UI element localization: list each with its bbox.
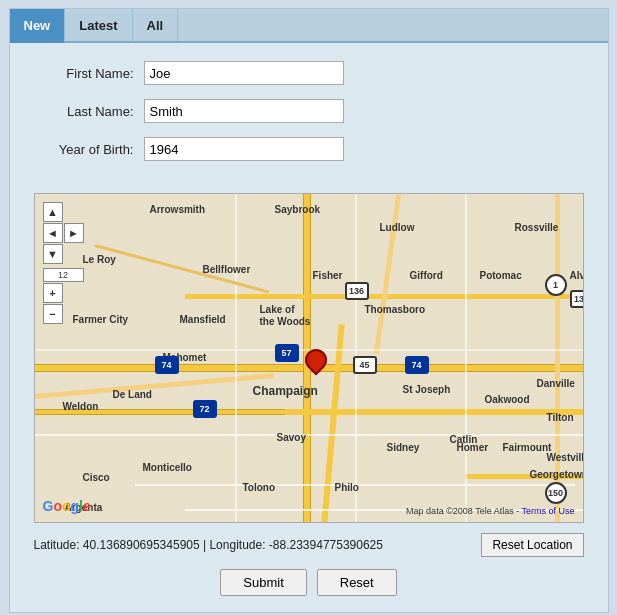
- map-label-philo: Philo: [335, 482, 359, 493]
- map-label-gifford: Gifford: [410, 270, 443, 281]
- map-label-georgetown: Georgetown: [530, 469, 584, 480]
- map-label-westville: Westville: [547, 452, 584, 463]
- main-container: New Latest All First Name: Last Name: Ye…: [9, 8, 609, 613]
- map-label-tolono: Tolono: [243, 482, 276, 493]
- map-label-sidell: Sidell: [485, 522, 512, 523]
- map-label-danville: Danville: [537, 378, 575, 389]
- map-label-ludlow: Ludlow: [380, 222, 415, 233]
- map-label-oreana: Oreana: [50, 522, 84, 523]
- map-label-thomasboro: Thomasboro: [365, 304, 426, 315]
- map-ctrl-down-row: ▼: [43, 244, 84, 264]
- shield-i74-east: 74: [405, 356, 429, 374]
- map-label-stjoseph: St Joseph: [403, 384, 451, 395]
- map-label-oakwood: Oakwood: [485, 394, 530, 405]
- road-east: [285, 409, 584, 415]
- shield-150: 150: [545, 482, 567, 504]
- map-label-monticello: Monticello: [143, 462, 192, 473]
- shield-136: 136: [345, 282, 369, 300]
- map-ctrl-up-row: ▲: [43, 202, 84, 222]
- map-label-cisco: Cisco: [83, 472, 110, 483]
- map-ctrl-left[interactable]: ◄: [43, 223, 63, 243]
- map-label-mansfield: Mansfield: [180, 314, 226, 325]
- submit-button[interactable]: Submit: [220, 569, 306, 596]
- map-label-arrowsmith: Arrowsmith: [150, 204, 206, 215]
- form-area: First Name: Last Name: Year of Birth:: [10, 43, 608, 185]
- zoom-controls: 12 + −: [43, 268, 84, 324]
- first-name-label: First Name:: [34, 66, 144, 81]
- map-label-deland: De Land: [113, 389, 152, 400]
- map-label-potomac: Potomac: [480, 270, 522, 281]
- shield-i57: 57: [275, 344, 299, 362]
- reset-button[interactable]: Reset: [317, 569, 397, 596]
- tab-all[interactable]: All: [133, 9, 179, 41]
- shield-us1: 1: [545, 274, 567, 296]
- google-logo: Google: [43, 498, 91, 514]
- map-label-saybrook: Saybrook: [275, 204, 321, 215]
- local-road-v1: [235, 194, 237, 523]
- map-data-text: Map data ©2008 Tele Atlas - Terms of Use: [406, 506, 574, 516]
- coords-row: Latitude: 40.136890695345905 | Longitude…: [34, 533, 584, 557]
- coords-display: Latitude: 40.136890695345905 | Longitude…: [34, 538, 472, 552]
- map-label-bellflower: Bellflower: [203, 264, 251, 275]
- local-road-1: [35, 434, 584, 436]
- submit-row: Submit Reset: [10, 569, 608, 596]
- pin-head: [300, 344, 331, 375]
- map-label-alvin: Alvin: [570, 270, 584, 281]
- map-label-weldon: Weldon: [63, 401, 99, 412]
- map-label-bisr: Bisr: [583, 304, 584, 315]
- map-container[interactable]: Arrowsmith Saybrook Ludlow Rossville Le …: [34, 193, 584, 523]
- year-of-birth-input[interactable]: [144, 137, 344, 161]
- last-name-row: Last Name:: [34, 99, 584, 123]
- tab-latest[interactable]: Latest: [65, 9, 132, 41]
- map-label-homer: Homer: [457, 442, 489, 453]
- tab-bar: New Latest All: [10, 9, 608, 43]
- zoom-level: 12: [43, 268, 84, 282]
- year-of-birth-row: Year of Birth:: [34, 137, 584, 161]
- map-label-rossville: Rossville: [515, 222, 559, 233]
- map-label-leroy: Le Roy: [83, 254, 116, 265]
- map-label-bement: Bement: [153, 522, 190, 523]
- map-controls: ▲ ◄ ► ▼ 12 + −: [43, 202, 84, 324]
- local-road-v2: [465, 194, 467, 523]
- shield-i72: 72: [193, 400, 217, 418]
- map-label-fairmount: Fairmount: [503, 442, 552, 453]
- year-of-birth-label: Year of Birth:: [34, 142, 144, 157]
- map-label-lakeofwoods: Lake ofthe Woods: [260, 304, 311, 328]
- map-label-tilton: Tilton: [547, 412, 574, 423]
- map-label-fisher: Fisher: [313, 270, 343, 281]
- reset-location-button[interactable]: Reset Location: [481, 533, 583, 557]
- tab-new[interactable]: New: [10, 9, 66, 43]
- last-name-label: Last Name:: [34, 104, 144, 119]
- map-pin[interactable]: [305, 349, 327, 373]
- map-ctrl-right[interactable]: ►: [64, 223, 84, 243]
- first-name-row: First Name:: [34, 61, 584, 85]
- zoom-in-btn[interactable]: +: [43, 283, 63, 303]
- terms-of-use-link[interactable]: Terms of Use: [521, 506, 574, 516]
- map-ctrl-down[interactable]: ▼: [43, 244, 63, 264]
- map-label-savoy: Savoy: [277, 432, 306, 443]
- first-name-input[interactable]: [144, 61, 344, 85]
- shield-45: 45: [353, 356, 377, 374]
- shield-136-right: 136: [570, 290, 584, 308]
- map-label-champaign: Champaign: [253, 384, 318, 398]
- last-name-input[interactable]: [144, 99, 344, 123]
- zoom-out-btn[interactable]: −: [43, 304, 63, 324]
- map-ctrl-lr-row: ◄ ►: [43, 223, 84, 243]
- map-label-sidney: Sidney: [387, 442, 420, 453]
- map-ctrl-up[interactable]: ▲: [43, 202, 63, 222]
- shield-i74: 74: [155, 356, 179, 374]
